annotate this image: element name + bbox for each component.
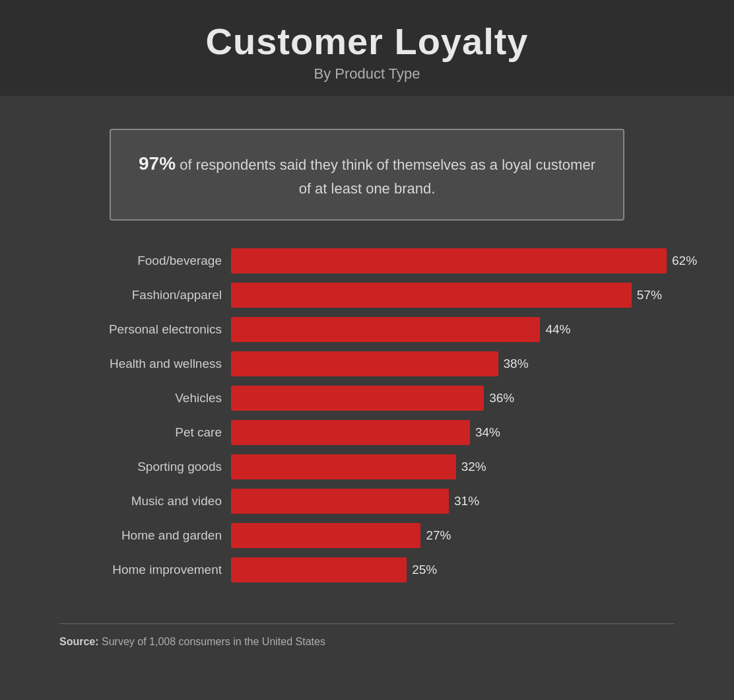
bar-container: 62% bbox=[231, 247, 697, 275]
footer: Source: Survey of 1,008 consumers in the… bbox=[59, 623, 675, 661]
bar-container: 31% bbox=[231, 487, 675, 515]
bar-container: 44% bbox=[231, 316, 675, 343]
bar-container: 25% bbox=[231, 556, 675, 584]
chart-row: Personal electronics44% bbox=[59, 316, 675, 343]
bar-fill bbox=[231, 317, 540, 342]
source-label: Source: bbox=[59, 636, 99, 647]
chart-row: Food/beverage62% bbox=[59, 247, 675, 275]
chart-row: Health and wellness38% bbox=[59, 350, 675, 378]
bar-value-label: 25% bbox=[412, 563, 437, 577]
bar-label: Fashion/apparel bbox=[59, 288, 231, 302]
bar-fill bbox=[231, 386, 484, 411]
bar-container: 36% bbox=[231, 384, 675, 412]
page-header: Customer Loyalty By Product Type bbox=[0, 0, 734, 96]
source-value: Survey of 1,008 consumers in the United … bbox=[99, 636, 325, 647]
bar-fill bbox=[231, 557, 407, 582]
chart-row: Vehicles36% bbox=[59, 384, 675, 412]
bar-fill bbox=[231, 523, 420, 548]
bar-label: Health and wellness bbox=[59, 357, 231, 371]
bar-fill bbox=[231, 420, 470, 445]
bar-value-label: 31% bbox=[454, 494, 479, 508]
bar-label: Home improvement bbox=[59, 563, 231, 577]
bar-value-label: 62% bbox=[672, 254, 697, 268]
bar-fill bbox=[231, 283, 632, 308]
chart-row: Sporting goods32% bbox=[59, 453, 675, 481]
chart-row: Music and video31% bbox=[59, 487, 675, 515]
bar-fill bbox=[231, 489, 449, 514]
bar-container: 57% bbox=[231, 281, 675, 309]
bar-container: 38% bbox=[231, 350, 675, 378]
bar-label: Pet care bbox=[59, 425, 231, 440]
bar-label: Food/beverage bbox=[59, 254, 231, 268]
bar-container: 34% bbox=[231, 419, 675, 446]
highlight-text: 97% of respondents said they think of th… bbox=[137, 150, 597, 199]
chart-row: Pet care34% bbox=[59, 419, 675, 446]
bar-fill bbox=[231, 351, 498, 376]
bar-fill bbox=[231, 454, 456, 479]
highlight-message: of respondents said they think of themse… bbox=[176, 157, 595, 197]
chart-row: Fashion/apparel57% bbox=[59, 281, 675, 309]
bar-value-label: 34% bbox=[475, 425, 500, 440]
main-title: Customer Loyalty bbox=[13, 20, 721, 63]
bar-value-label: 32% bbox=[461, 460, 486, 474]
bar-value-label: 44% bbox=[545, 322, 570, 337]
bar-label: Music and video bbox=[59, 494, 231, 508]
bar-label: Vehicles bbox=[59, 391, 231, 405]
chart-row: Home and garden27% bbox=[59, 522, 675, 549]
bar-container: 32% bbox=[231, 453, 675, 481]
chart-row: Home improvement25% bbox=[59, 556, 675, 584]
bar-value-label: 38% bbox=[504, 357, 529, 371]
chart-area: Food/beverage62%Fashion/apparel57%Person… bbox=[59, 247, 675, 584]
highlight-box: 97% of respondents said they think of th… bbox=[110, 129, 624, 221]
bar-container: 27% bbox=[231, 522, 675, 549]
bar-label: Home and garden bbox=[59, 528, 231, 543]
bar-value-label: 36% bbox=[489, 391, 514, 405]
bar-label: Sporting goods bbox=[59, 460, 231, 474]
content-area: 97% of respondents said they think of th… bbox=[0, 96, 734, 604]
bar-value-label: 57% bbox=[637, 288, 662, 302]
bar-value-label: 27% bbox=[426, 528, 451, 543]
bar-label: Personal electronics bbox=[59, 322, 231, 337]
source-text: Source: Survey of 1,008 consumers in the… bbox=[59, 636, 675, 648]
sub-title: By Product Type bbox=[13, 65, 721, 83]
bar-fill bbox=[231, 248, 667, 273]
highlight-percentage: 97% bbox=[139, 153, 176, 174]
